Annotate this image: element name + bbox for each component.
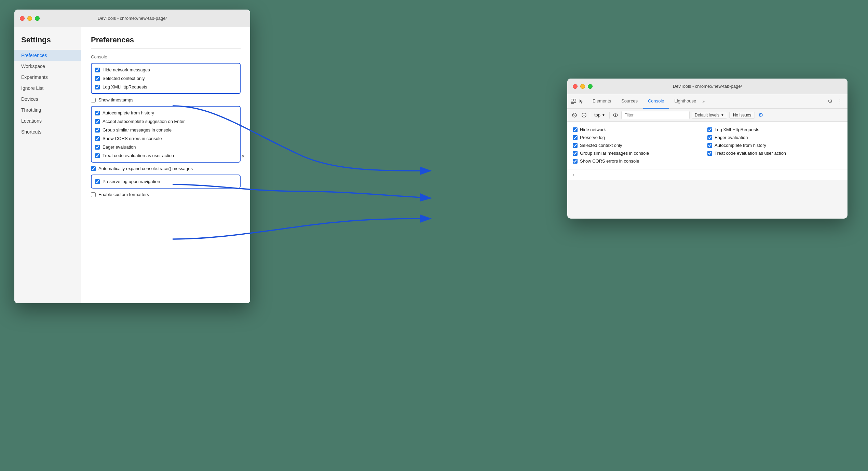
console-box-1: Hide network messages Selected context o…: [91, 63, 241, 94]
console-eager-eval-label: Eager evaluation: [715, 135, 748, 140]
right-traffic-lights: [573, 84, 593, 89]
checkbox-autocomplete-history-input[interactable]: [95, 111, 100, 115]
right-close-traffic-light[interactable]: [573, 84, 578, 89]
console-cors-errors-input[interactable]: [573, 159, 578, 164]
checkbox-group-similar: Group similar messages in console: [95, 126, 236, 134]
checkbox-auto-expand-label: Automatically expand console.trace() mes…: [98, 166, 193, 171]
console-log-xml: Log XMLHttpRequests: [707, 126, 842, 134]
console-preserve-log-input[interactable]: [573, 135, 578, 140]
sidebar-item-locations[interactable]: Locations: [14, 115, 81, 126]
checkbox-cors-errors: Show CORS errors in console: [95, 134, 236, 143]
console-settings-icon[interactable]: ⚙: [757, 111, 764, 119]
right-maximize-traffic-light[interactable]: [588, 84, 593, 89]
console-eager-eval-input[interactable]: [707, 135, 712, 140]
svg-rect-1: [574, 99, 576, 101]
no-issues-button[interactable]: No Issues: [729, 112, 755, 119]
console-log-xml-input[interactable]: [707, 127, 712, 132]
checkbox-auto-expand-input[interactable]: [91, 166, 96, 171]
checkbox-treat-code-label: Treat code evaluation as user action: [103, 153, 174, 158]
svg-rect-0: [571, 99, 573, 101]
settings-close-button[interactable]: ×: [242, 153, 245, 160]
checkbox-autocomplete-history-label: Autocomplete from history: [103, 110, 154, 115]
checkbox-selected-context-input[interactable]: [95, 76, 100, 81]
sidebar-item-preferences[interactable]: Preferences: [14, 50, 81, 61]
checkbox-log-xml: Log XMLHttpRequests: [95, 83, 236, 91]
devtools-more-icon[interactable]: ⋮: [835, 98, 845, 105]
console-group-similar-input[interactable]: [573, 151, 578, 156]
console-settings-content: Hide network Preserve log Selected conte…: [567, 122, 847, 169]
console-cors-errors-label: Show CORS errors in console: [580, 158, 639, 164]
checkbox-custom-formatters: Enable custom formatters: [91, 190, 241, 199]
checkbox-custom-formatters-input[interactable]: [91, 192, 96, 197]
sidebar-item-shortcuts[interactable]: Shortcuts: [14, 126, 81, 137]
console-selected-context: Selected context only: [573, 141, 707, 149]
console-toolbar: top ▼ Default levels ▼ No Issues ⚙: [567, 109, 847, 122]
console-hide-network: Hide network: [573, 126, 707, 134]
tab-sources[interactable]: Sources: [616, 94, 642, 109]
console-log-xml-label: Log XMLHttpRequests: [715, 127, 759, 132]
close-traffic-light[interactable]: [20, 16, 25, 21]
checkbox-treat-code-input[interactable]: [95, 153, 100, 158]
console-right-col: Log XMLHttpRequests Eager evaluation Aut…: [707, 126, 842, 165]
console-filter-input[interactable]: [621, 111, 690, 119]
checkbox-auto-expand: Automatically expand console.trace() mes…: [91, 164, 241, 173]
checkbox-eager-eval-label: Eager evaluation: [103, 144, 136, 150]
right-devtools-window: DevTools - chrome://new-tab-page/ Elemen…: [567, 79, 847, 219]
checkbox-cors-errors-input[interactable]: [95, 136, 100, 141]
console-selected-context-input[interactable]: [573, 143, 578, 148]
tab-console[interactable]: Console: [643, 94, 669, 109]
checkbox-log-xml-input[interactable]: [95, 85, 100, 89]
checkbox-custom-formatters-label: Enable custom formatters: [98, 192, 149, 197]
default-levels-label: Default levels: [695, 113, 719, 117]
right-minimize-traffic-light[interactable]: [580, 84, 585, 89]
sidebar-item-experiments[interactable]: Experiments: [14, 72, 81, 83]
checkbox-show-timestamps-input[interactable]: [91, 98, 96, 102]
cursor-icon: [578, 98, 585, 105]
right-title-text: DevTools - chrome://new-tab-page/: [673, 84, 742, 89]
no-issues-label: No Issues: [733, 113, 751, 117]
clear-console-icon[interactable]: [571, 111, 578, 119]
console-prompt-row: ›: [567, 169, 847, 180]
tab-lighthouse[interactable]: Lighthouse: [670, 94, 701, 109]
traffic-lights: [20, 16, 40, 21]
checkbox-preserve-log: Preserve log upon navigation: [95, 177, 236, 186]
checkbox-eager-eval-input[interactable]: [95, 145, 100, 150]
checkbox-accept-autocomplete-input[interactable]: [95, 119, 100, 124]
console-hide-network-input[interactable]: [573, 127, 578, 132]
console-cors-errors: Show CORS errors in console: [573, 157, 707, 165]
devtools-settings-icon[interactable]: ⚙: [828, 98, 832, 105]
settings-sidebar: Settings Preferences Workspace Experimen…: [14, 27, 81, 303]
console-preserve-log: Preserve log: [573, 134, 707, 141]
console-autocomplete-history-input[interactable]: [707, 143, 712, 148]
checkbox-group-similar-input[interactable]: [95, 128, 100, 133]
checkbox-cors-errors-label: Show CORS errors in console: [103, 136, 162, 141]
sidebar-item-throttling[interactable]: Throttling: [14, 105, 81, 115]
context-selector[interactable]: top ▼: [592, 112, 607, 118]
checkbox-preserve-log-input[interactable]: [95, 179, 100, 184]
sidebar-item-devices[interactable]: Devices: [14, 94, 81, 105]
checkbox-autocomplete-history: Autocomplete from history: [95, 109, 236, 117]
maximize-traffic-light[interactable]: [35, 16, 40, 21]
checkbox-hide-network-input[interactable]: [95, 68, 100, 72]
console-section-label: Console: [91, 54, 241, 59]
console-treat-code-input[interactable]: [707, 151, 712, 156]
console-left-col: Hide network Preserve log Selected conte…: [573, 126, 707, 165]
checkbox-preserve-log-label: Preserve log upon navigation: [103, 179, 160, 184]
checkbox-hide-network-label: Hide network messages: [103, 67, 150, 72]
no-entry-icon[interactable]: [580, 111, 588, 119]
checkbox-show-timestamps: Show timestamps: [91, 95, 241, 105]
chevron-down-icon: ▼: [602, 113, 605, 117]
checkbox-show-timestamps-label: Show timestamps: [98, 97, 134, 102]
tab-more[interactable]: »: [702, 99, 705, 104]
sidebar-item-ignore-list[interactable]: Ignore List: [14, 83, 81, 94]
minimize-traffic-light[interactable]: [27, 16, 32, 21]
default-levels-dropdown[interactable]: Default levels ▼: [692, 112, 727, 119]
eye-icon[interactable]: [612, 111, 619, 119]
console-group-similar-label: Group similar messages in console: [580, 151, 649, 156]
console-preserve-log-label: Preserve log: [580, 135, 605, 140]
preferences-heading: Preferences: [91, 36, 241, 44]
checkbox-group-similar-label: Group similar messages in console: [103, 127, 172, 133]
tab-elements[interactable]: Elements: [588, 94, 616, 109]
sidebar-item-workspace[interactable]: Workspace: [14, 61, 81, 72]
checkbox-selected-context: Selected context only: [95, 74, 236, 83]
